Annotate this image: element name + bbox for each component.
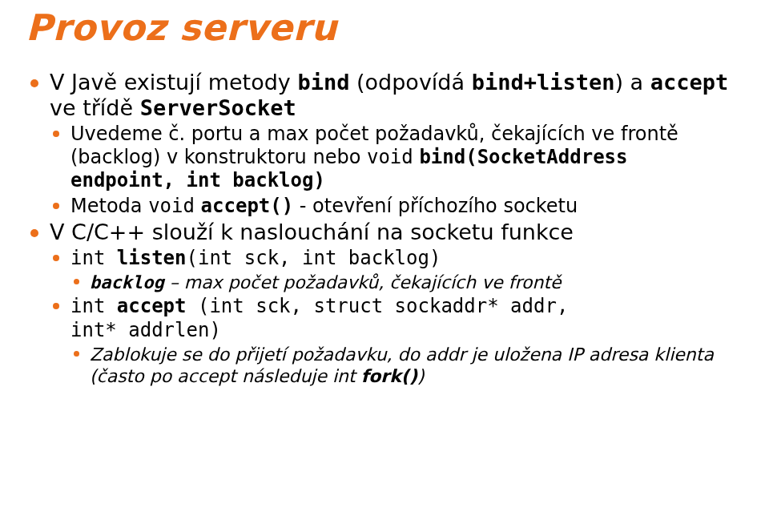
bullet-2: V C/C++ slouží k naslouchání na socketu … <box>27 220 742 388</box>
kw-fork: fork() <box>361 366 417 386</box>
signature-accept-line2: int* addrlen) <box>70 319 221 341</box>
text: (odpovídá <box>349 70 471 95</box>
sub-list: int listen(int sck, int backlog) backlog… <box>50 247 742 388</box>
text: ) a <box>614 70 650 95</box>
kw-accept: accept <box>117 295 187 317</box>
text: – max počet požadavků, čekajících ve fro… <box>164 272 562 292</box>
kw-backlog: backlog <box>90 272 164 292</box>
kw-listen: listen <box>117 247 187 269</box>
kw-accept-call: accept() <box>201 195 294 217</box>
bullet-1-1: Uvedeme č. portu a max počet požadavků, … <box>50 123 742 193</box>
bullet-2-2: int accept (int sck, struct sockaddr* ad… <box>50 295 742 388</box>
text <box>195 195 201 217</box>
text: (int sck, struct sockaddr* addr, <box>187 295 569 317</box>
text: - otevření příchozího socketu <box>293 195 578 217</box>
bullet-1-2: Metoda void accept() - otevření příchozí… <box>50 195 742 218</box>
kw-void: void <box>367 146 413 168</box>
sub-list: Uvedeme č. portu a max počet požadavků, … <box>50 123 742 218</box>
kw-void: void <box>148 195 195 217</box>
kw-serversocket: ServerSocket <box>140 95 296 120</box>
signature-listen: int listen(int sck, int backlog) <box>70 247 441 269</box>
bullet-1: V Javě existují metody bind (odpovídá bi… <box>27 70 742 218</box>
text: ve třídě <box>50 95 140 120</box>
kw-accept: accept <box>650 70 729 95</box>
slide-title: Provoz serveru <box>26 6 742 49</box>
sub-sub-list: backlog – max počet požadavků, čekajícíc… <box>70 272 742 294</box>
bullet-2-1-1: backlog – max počet požadavků, čekajícíc… <box>70 272 742 294</box>
text: V Javě existují metody <box>50 70 297 95</box>
text: int <box>70 247 117 269</box>
text: ) <box>417 366 425 386</box>
bullet-2-2-1: Zablokuje se do přijetí požadavku, do ad… <box>70 344 742 388</box>
kw-bindlisten: bind+listen <box>472 70 615 95</box>
text: (int sck, int backlog) <box>187 247 441 269</box>
text: V C/C++ slouží k naslouchání na socketu … <box>50 220 574 244</box>
text: Metoda <box>70 195 148 217</box>
text: int <box>70 295 117 317</box>
bullet-2-1: int listen(int sck, int backlog) backlog… <box>50 247 742 294</box>
slide: Provoz serveru V Javě existují metody bi… <box>0 0 769 532</box>
sub-sub-list: Zablokuje se do přijetí požadavku, do ad… <box>70 344 742 388</box>
kw-bind: bind <box>297 70 349 95</box>
bullet-list: V Javě existují metody bind (odpovídá bi… <box>27 70 742 388</box>
signature-accept-line1: int accept (int sck, struct sockaddr* ad… <box>70 295 568 317</box>
